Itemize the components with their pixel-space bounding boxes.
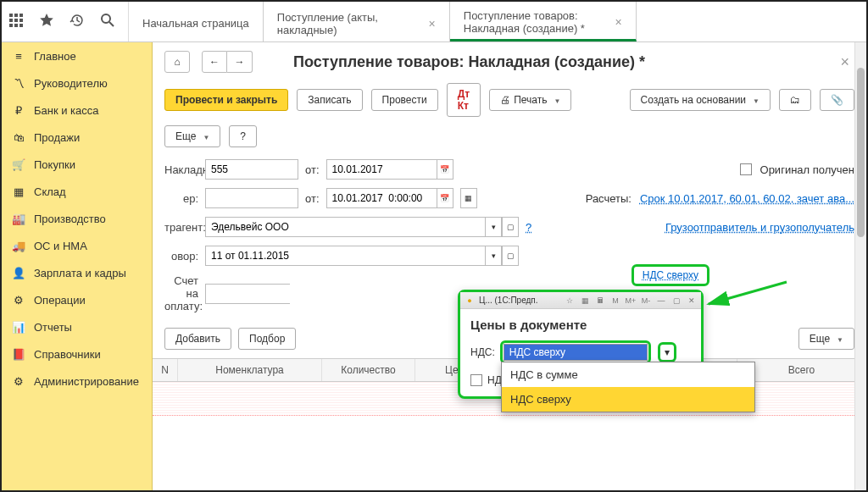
calendar-icon[interactable]: 📅 — [437, 188, 453, 208]
tabs: Начальная страница Поступление (акты, на… — [129, 2, 866, 41]
fav-icon[interactable]: ☆ — [564, 295, 576, 307]
calc-label: Расчеты: — [586, 192, 632, 205]
invoice-no-input[interactable] — [205, 159, 298, 180]
add-button[interactable]: Добавить — [164, 328, 231, 350]
number-input[interactable] — [205, 188, 298, 208]
vat-option-in-sum[interactable]: НДС в сумме — [502, 362, 754, 387]
chevron-down-icon[interactable]: ▾ — [485, 217, 502, 237]
sidebar-item-bank[interactable]: ₽Банк и касса — [2, 97, 152, 124]
post-button[interactable]: Провести — [371, 89, 438, 111]
ops-icon: ⚙ — [12, 293, 25, 307]
bars-icon: 📊 — [12, 320, 25, 334]
invoice-label: Накладная — [164, 163, 198, 176]
dt-kt-button[interactable]: ДтКт — [447, 83, 481, 117]
vat-select[interactable] — [500, 340, 651, 364]
more-button[interactable]: Еще — [164, 125, 220, 147]
svg-point-9 — [102, 14, 110, 23]
page-title: Поступление товаров: Накладная (создание… — [293, 53, 645, 71]
close-dialog-icon[interactable]: ✕ — [686, 295, 698, 307]
close-icon[interactable]: × — [429, 17, 436, 30]
min-icon[interactable]: — — [655, 295, 667, 307]
extra-button[interactable]: ▦ — [460, 188, 477, 208]
scrollbar[interactable] — [854, 42, 866, 492]
vat-link-highlighted[interactable]: НДС сверху — [632, 264, 709, 286]
tab-home[interactable]: Начальная страница — [129, 2, 264, 41]
mplus-icon[interactable]: M+ — [625, 295, 637, 307]
contract-input[interactable] — [205, 246, 485, 266]
home-button[interactable]: ⌂ — [164, 51, 190, 73]
open-icon[interactable]: ▢ — [502, 217, 519, 237]
close-icon[interactable]: × — [615, 15, 622, 29]
contract-label: овор: — [164, 250, 198, 263]
apps-icon[interactable] — [8, 13, 24, 30]
sidebar-item-sales[interactable]: 🛍Продажи — [2, 124, 152, 151]
boxes-icon: ▦ — [12, 185, 25, 198]
close-page-button[interactable]: × — [835, 53, 854, 71]
dossier-button[interactable]: 🗂 — [779, 89, 811, 111]
attach-button[interactable]: 📎 — [820, 89, 854, 111]
contragent-input[interactable] — [205, 217, 485, 237]
topbar-icons — [2, 2, 129, 41]
table-more-button[interactable]: Еще — [798, 328, 854, 350]
sidebar-item-catalogs[interactable]: 📕Справочники — [2, 340, 152, 368]
dialog-window-title: Ц... (1С:Предп. — [479, 296, 560, 305]
number-label: ер: — [164, 192, 198, 205]
chevron-down-icon[interactable]: ▾ — [485, 246, 502, 266]
back-button[interactable]: ← — [202, 51, 227, 73]
svg-rect-7 — [14, 24, 18, 27]
invoice-date-input[interactable] — [326, 159, 437, 180]
vat-select-caret[interactable]: ▾ — [658, 342, 676, 362]
datetime-input[interactable] — [326, 188, 437, 208]
sidebar-item-main[interactable]: ≡Главное — [2, 42, 152, 69]
sidebar-item-reports[interactable]: 📊Отчеты — [2, 313, 152, 340]
help-button[interactable]: ? — [229, 125, 257, 147]
invoice2-input[interactable] — [205, 284, 290, 304]
tab-current[interactable]: Поступление товаров: Накладная (создание… — [450, 2, 637, 41]
svg-rect-2 — [19, 14, 23, 17]
sidebar-item-manager[interactable]: 〽Руководителю — [2, 69, 152, 97]
vat-field-label: НДС: — [470, 346, 495, 358]
factory-icon: 🏭 — [12, 212, 25, 225]
dialog-titlebar[interactable]: ● Ц... (1С:Предп. ☆ ▦ 🖩 M M+ M- — ▢ ✕ — [460, 292, 701, 309]
col-n: N — [153, 359, 178, 381]
main-header: ⌂ ← → Поступление товаров: Накладная (со… — [153, 42, 866, 78]
cal-icon[interactable]: ▦ — [579, 295, 591, 307]
shipper-link[interactable]: Грузоотправитель и грузополучатель — [665, 221, 854, 234]
sidebar-item-ops[interactable]: ⚙Операции — [2, 286, 152, 313]
tab-receipts[interactable]: Поступление (акты, накладные)× — [264, 2, 450, 41]
m-icon[interactable]: M — [609, 295, 621, 307]
mminus-icon[interactable]: M- — [640, 295, 652, 307]
vat-include-checkbox[interactable] — [470, 374, 482, 386]
sidebar-item-admin[interactable]: ⚙Администрирование — [2, 368, 152, 395]
invoice2-label: Счет на оплату: — [164, 274, 198, 312]
create-based-button[interactable]: Создать на основании — [630, 89, 771, 111]
print-button[interactable]: 🖨 Печать — [489, 89, 571, 111]
sidebar-item-assets[interactable]: 🚚ОС и НМА — [2, 232, 152, 259]
calc-link[interactable]: Срок 10.01.2017, 60.01, 60.02, зачет ава… — [640, 192, 854, 205]
vat-select-value[interactable] — [504, 344, 648, 361]
vat-option-on-top[interactable]: НДС сверху — [502, 387, 754, 412]
vat-link[interactable]: НДС сверху — [643, 269, 698, 281]
col-total: Всего — [737, 359, 866, 381]
sidebar-item-stock[interactable]: ▦Склад — [2, 178, 152, 205]
record-button[interactable]: Записать — [297, 89, 362, 111]
post-close-button[interactable]: Провести и закрыть — [164, 89, 288, 111]
calendar-icon[interactable]: 📅 — [437, 159, 453, 180]
sidebar-item-purchases[interactable]: 🛒Покупки — [2, 151, 152, 178]
star-icon[interactable] — [39, 13, 54, 30]
original-checkbox[interactable] — [740, 163, 752, 175]
sidebar-item-payroll[interactable]: 👤Зарплата и кадры — [2, 259, 152, 286]
max-icon[interactable]: ▢ — [670, 295, 682, 307]
history-icon[interactable] — [70, 13, 85, 30]
svg-rect-3 — [9, 19, 13, 22]
info-link[interactable]: ? — [526, 221, 531, 234]
open-icon[interactable]: ▢ — [502, 246, 519, 266]
sidebar-item-production[interactable]: 🏭Производство — [2, 205, 152, 232]
calc-icon[interactable]: 🖩 — [594, 295, 606, 307]
svg-rect-1 — [14, 14, 18, 17]
pick-button[interactable]: Подбор — [238, 328, 296, 350]
original-label: Оригинал получен — [760, 163, 854, 176]
toolbar: Провести и закрыть Записать Провести ДтК… — [153, 78, 866, 156]
search-icon[interactable] — [100, 13, 115, 30]
forward-button[interactable]: → — [227, 51, 253, 73]
